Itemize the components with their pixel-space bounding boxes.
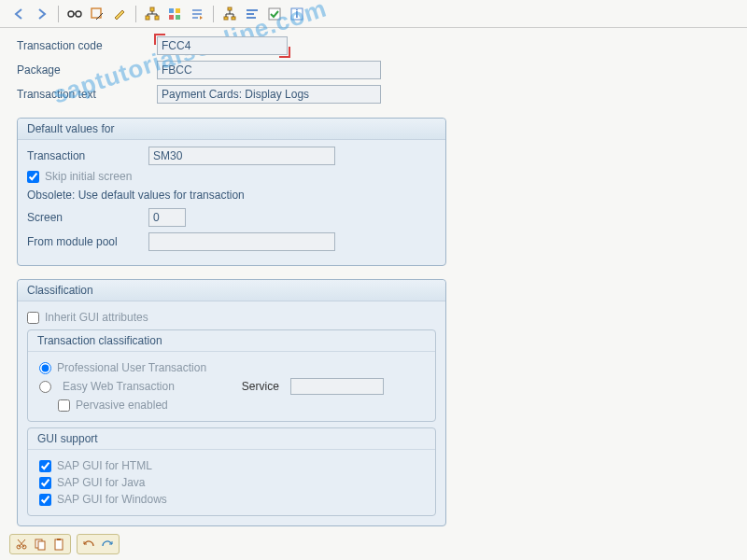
svg-rect-9 bbox=[169, 15, 174, 20]
module-pool-input[interactable] bbox=[148, 232, 335, 251]
toolbar-separator bbox=[213, 6, 214, 22]
svg-rect-7 bbox=[169, 8, 174, 13]
svg-rect-14 bbox=[247, 9, 258, 11]
easy-web-radio[interactable] bbox=[39, 381, 51, 393]
main-toolbar: i bbox=[0, 0, 747, 28]
classification-title: Classification bbox=[18, 280, 445, 301]
package-input[interactable]: FBCC bbox=[157, 61, 381, 79]
info-icon[interactable]: i bbox=[287, 4, 307, 24]
check-icon[interactable] bbox=[264, 4, 285, 24]
svg-rect-13 bbox=[232, 17, 235, 20]
svg-rect-24 bbox=[55, 539, 63, 550]
redo-icon[interactable] bbox=[99, 537, 116, 552]
bottom-toolbar bbox=[9, 534, 120, 554]
toolbar-separator bbox=[135, 6, 136, 22]
back-icon[interactable] bbox=[9, 4, 30, 24]
pervasive-checkbox[interactable] bbox=[58, 399, 70, 412]
display-change-icon[interactable] bbox=[87, 4, 107, 24]
dv-transaction-input[interactable]: SM30 bbox=[148, 147, 335, 165]
gui-html-checkbox[interactable] bbox=[39, 460, 51, 472]
transaction-code-label: Transaction code bbox=[17, 39, 157, 52]
svg-text:i: i bbox=[295, 7, 298, 21]
edit-icon[interactable] bbox=[109, 4, 130, 24]
svg-rect-6 bbox=[155, 16, 159, 20]
toolbar-separator bbox=[58, 6, 59, 22]
svg-point-0 bbox=[68, 11, 74, 17]
module-pool-label: From module pool bbox=[27, 235, 148, 248]
transaction-classification-box: Transaction classification Professional … bbox=[27, 329, 436, 422]
dv-transaction-label: Transaction bbox=[27, 149, 148, 162]
default-values-group: Default values for Transaction SM30 Skip… bbox=[17, 118, 446, 266]
default-values-title: Default values for bbox=[18, 119, 445, 140]
svg-rect-8 bbox=[176, 8, 180, 13]
navigate-icon[interactable] bbox=[187, 4, 207, 24]
svg-rect-4 bbox=[150, 7, 154, 11]
screen-label: Screen bbox=[27, 211, 148, 224]
service-label: Service bbox=[242, 380, 279, 393]
svg-rect-16 bbox=[247, 17, 256, 19]
gui-java-label: SAP GUI for Java bbox=[57, 476, 145, 489]
gui-support-box: GUI support SAP GUI for HTML SAP GUI for… bbox=[27, 427, 436, 516]
svg-rect-12 bbox=[224, 17, 228, 20]
trans-class-title: Transaction classification bbox=[28, 330, 435, 352]
obsolete-text: Obsolete: Use default values for transac… bbox=[27, 189, 436, 202]
screen-input[interactable]: 0 bbox=[148, 208, 186, 227]
skip-initial-label: Skip initial screen bbox=[45, 170, 132, 183]
svg-point-1 bbox=[76, 11, 81, 17]
gui-support-title: GUI support bbox=[28, 428, 435, 450]
forward-icon[interactable] bbox=[32, 4, 52, 24]
glasses-icon[interactable] bbox=[64, 4, 85, 24]
classification-group: Classification Inherit GUI attributes Tr… bbox=[17, 279, 446, 526]
undo-icon[interactable] bbox=[80, 537, 97, 552]
align-icon[interactable] bbox=[242, 4, 262, 24]
skip-initial-checkbox[interactable] bbox=[27, 171, 39, 183]
svg-rect-11 bbox=[228, 7, 232, 10]
service-input[interactable] bbox=[290, 378, 384, 395]
transaction-text-label: Transaction text bbox=[17, 88, 157, 101]
gui-windows-label: SAP GUI for Windows bbox=[57, 493, 167, 506]
copy-icon[interactable] bbox=[32, 537, 49, 552]
svg-rect-15 bbox=[247, 13, 254, 15]
where-used-icon[interactable] bbox=[142, 4, 162, 24]
transaction-code-input[interactable]: FCC4 bbox=[157, 36, 288, 55]
paste-icon[interactable] bbox=[50, 537, 67, 552]
professional-label: Professional User Transaction bbox=[57, 361, 206, 374]
svg-rect-23 bbox=[38, 541, 45, 550]
transaction-text-input[interactable]: Payment Cards: Display Logs bbox=[157, 85, 381, 104]
easy-web-label: Easy Web Transaction bbox=[63, 380, 175, 393]
svg-rect-10 bbox=[176, 15, 180, 20]
svg-rect-5 bbox=[146, 16, 149, 20]
package-label: Package bbox=[17, 63, 157, 77]
gui-windows-checkbox[interactable] bbox=[39, 494, 51, 506]
hierarchy-icon[interactable] bbox=[219, 4, 240, 24]
gui-html-label: SAP GUI for HTML bbox=[57, 459, 152, 472]
professional-radio[interactable] bbox=[39, 362, 51, 374]
inherit-label: Inherit GUI attributes bbox=[45, 311, 148, 324]
pervasive-label: Pervasive enabled bbox=[76, 399, 168, 412]
inherit-checkbox[interactable] bbox=[27, 312, 39, 324]
object-list-icon[interactable] bbox=[164, 4, 185, 24]
cut-icon[interactable] bbox=[13, 537, 30, 552]
svg-rect-25 bbox=[57, 539, 61, 540]
svg-rect-17 bbox=[269, 8, 280, 20]
gui-java-checkbox[interactable] bbox=[39, 477, 51, 489]
